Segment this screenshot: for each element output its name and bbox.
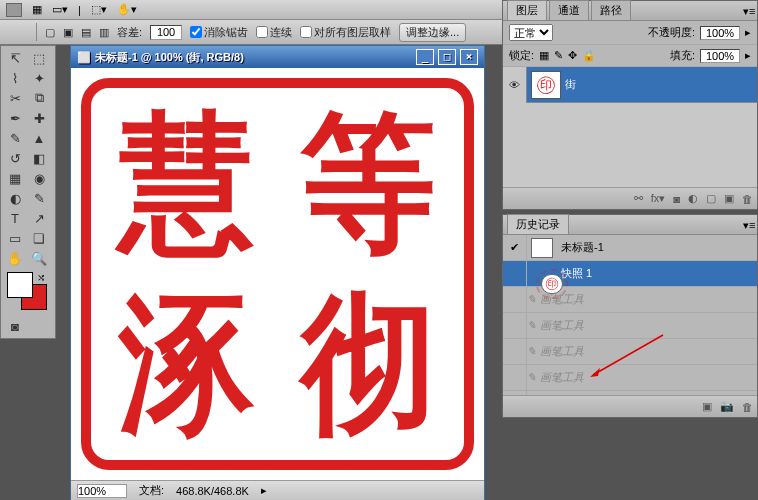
status-bar: 文档: 468.8K/468.8K ▸ bbox=[71, 480, 484, 500]
doc-icon: ⬜ bbox=[77, 51, 91, 64]
layer-thumbnail[interactable] bbox=[531, 71, 561, 99]
hand-icon[interactable]: ✋▾ bbox=[117, 3, 137, 16]
marquee-tool-icon[interactable]: ⬚ bbox=[27, 48, 51, 68]
history-brush-source-icon[interactable]: ✔ bbox=[503, 235, 527, 261]
sel-mode-new-icon[interactable]: ▢ bbox=[45, 26, 55, 39]
all-layers-checkbox[interactable] bbox=[300, 26, 312, 38]
window-titlebar[interactable]: ⬜ 未标题-1 @ 100% (街, RGB/8) _ □ × bbox=[71, 46, 484, 68]
stamp-tool-icon[interactable]: ▲ bbox=[27, 128, 51, 148]
lasso-tool-icon[interactable]: ⌇ bbox=[3, 68, 27, 88]
tab-history[interactable]: 历史记录 bbox=[507, 214, 569, 234]
minimize-button[interactable]: _ bbox=[416, 49, 434, 65]
sel-mode-int-icon[interactable]: ▥ bbox=[99, 26, 109, 39]
doc-title: 未标题-1 @ 100% (街, RGB/8) bbox=[95, 50, 244, 65]
canvas[interactable]: 慧等 涿彻 bbox=[71, 68, 484, 480]
seal-artwork: 慧等 涿彻 bbox=[81, 78, 474, 470]
heal-tool-icon[interactable]: ✚ bbox=[27, 108, 51, 128]
brush-tool-icon[interactable]: ✎ bbox=[3, 128, 27, 148]
visibility-icon[interactable]: 👁 bbox=[503, 67, 527, 103]
history-row[interactable]: ✎画笔工具 bbox=[503, 365, 757, 391]
group-icon[interactable]: ▢ bbox=[706, 192, 716, 205]
zoom-tool-icon[interactable]: 🔍 bbox=[27, 248, 51, 268]
lock-label: 锁定: bbox=[509, 48, 534, 63]
opacity-label: 不透明度: bbox=[648, 25, 695, 40]
screen-mode-icon[interactable]: ▭▾ bbox=[52, 3, 68, 16]
brush-icon: ✎ bbox=[527, 345, 536, 358]
eyedropper-tool-icon[interactable]: ✒ bbox=[3, 108, 27, 128]
history-brush-icon[interactable]: ↺ bbox=[3, 148, 27, 168]
history-row[interactable]: ✎画笔工具 bbox=[503, 313, 757, 339]
lock-trans-icon[interactable]: ▦ bbox=[539, 49, 549, 62]
blend-mode-select[interactable]: 正常 bbox=[509, 24, 553, 41]
eraser-tool-icon[interactable]: ◧ bbox=[27, 148, 51, 168]
slice-tool-icon[interactable]: ⧉ bbox=[27, 88, 51, 108]
mask-icon[interactable]: ◙ bbox=[673, 193, 680, 205]
brush-icon: ✎ bbox=[527, 319, 536, 332]
swap-colors-icon[interactable]: ⤭ bbox=[37, 272, 45, 283]
hand-tool-icon[interactable]: ✋ bbox=[3, 248, 27, 268]
trash-icon[interactable]: 🗑 bbox=[742, 193, 753, 205]
close-button[interactable]: × bbox=[460, 49, 478, 65]
link-icon[interactable]: ⚯ bbox=[634, 192, 643, 205]
wand-tool-icon[interactable]: ✦ bbox=[27, 68, 51, 88]
new-layer-icon[interactable]: ▣ bbox=[724, 192, 734, 205]
doc-size-label: 文档: bbox=[139, 483, 164, 498]
contiguous-checkbox[interactable] bbox=[256, 26, 268, 38]
brush-icon: ✎ bbox=[527, 371, 536, 384]
quickmask-icon[interactable]: ◙ bbox=[3, 316, 27, 336]
tolerance-input[interactable] bbox=[150, 25, 182, 40]
new-doc-from-state-icon[interactable]: ▣ bbox=[702, 400, 712, 413]
history-brush-source-icon[interactable] bbox=[503, 261, 527, 287]
panel-menu-icon[interactable]: ▾≡ bbox=[735, 217, 751, 234]
history-state-name: 未标题-1 bbox=[557, 240, 604, 255]
lock-all-icon[interactable]: 🔒 bbox=[582, 49, 596, 62]
tab-layers[interactable]: 图层 bbox=[507, 0, 547, 20]
3d-tool-icon[interactable]: ❏ bbox=[27, 228, 51, 248]
snapshot-icon[interactable]: 📷 bbox=[720, 400, 734, 413]
panel-menu-icon[interactable]: ▾≡ bbox=[735, 3, 751, 20]
dodge-tool-icon[interactable]: ◐ bbox=[3, 188, 27, 208]
blur-tool-icon[interactable]: ◉ bbox=[27, 168, 51, 188]
type-tool-icon[interactable]: T bbox=[3, 208, 27, 228]
lock-pixels-icon[interactable]: ✎ bbox=[554, 49, 563, 62]
antialias-checkbox[interactable] bbox=[190, 26, 202, 38]
history-row[interactable]: ✔ 未标题-1 bbox=[503, 235, 757, 261]
move-tool-icon[interactable]: ↸ bbox=[3, 48, 27, 68]
shape-tool-icon[interactable]: ▭ bbox=[3, 228, 27, 248]
zoom-icon[interactable]: ⬚▾ bbox=[91, 3, 107, 16]
crop-tool-icon[interactable]: ✂ bbox=[3, 88, 27, 108]
trash-icon[interactable]: 🗑 bbox=[742, 401, 753, 413]
history-row[interactable]: 快照 1 bbox=[503, 261, 757, 287]
bridge-icon[interactable]: ▦ bbox=[32, 3, 42, 16]
tab-paths[interactable]: 路径 bbox=[591, 0, 631, 20]
fill-label: 填充: bbox=[670, 48, 695, 63]
history-thumbnail bbox=[531, 238, 553, 258]
gradient-tool-icon[interactable]: ▦ bbox=[3, 168, 27, 188]
path-tool-icon[interactable]: ↗ bbox=[27, 208, 51, 228]
pen-tool-icon[interactable]: ✎ bbox=[27, 188, 51, 208]
layers-panel: 图层 通道 路径 ▾≡ 正常 不透明度: 100%▸ 锁定: ▦ ✎ ✥ 🔒 填… bbox=[502, 0, 758, 210]
refine-edge-button[interactable]: 调整边缘... bbox=[399, 23, 466, 42]
opacity-input[interactable]: 100% bbox=[700, 26, 740, 40]
status-menu-icon[interactable]: ▸ bbox=[261, 484, 267, 497]
tab-channels[interactable]: 通道 bbox=[549, 0, 589, 20]
layer-name[interactable]: 街 bbox=[565, 77, 576, 92]
fg-color[interactable] bbox=[7, 272, 33, 298]
history-thumbnail bbox=[541, 274, 563, 294]
sel-mode-sub-icon[interactable]: ▤ bbox=[81, 26, 91, 39]
fx-icon[interactable]: fx▾ bbox=[651, 192, 666, 205]
fill-input[interactable]: 100% bbox=[700, 49, 740, 63]
maximize-button[interactable]: □ bbox=[438, 49, 456, 65]
history-row[interactable]: ✎画笔工具 bbox=[503, 339, 757, 365]
sel-mode-add-icon[interactable]: ▣ bbox=[63, 26, 73, 39]
zoom-input[interactable] bbox=[77, 484, 127, 498]
lock-pos-icon[interactable]: ✥ bbox=[568, 49, 577, 62]
layer-row[interactable]: 👁 街 bbox=[503, 67, 757, 103]
ps-icon[interactable] bbox=[6, 3, 22, 17]
toolbox: ↸⬚ ⌇✦ ✂⧉ ✒✚ ✎▲ ↺◧ ▦◉ ◐✎ T↗ ▭❏ ✋🔍 ⤭ ◙ bbox=[0, 45, 56, 339]
adj-icon[interactable]: ◐ bbox=[688, 192, 698, 205]
brush-icon: ✎ bbox=[527, 293, 536, 306]
color-swatch[interactable]: ⤭ bbox=[7, 272, 49, 312]
document-window: ⬜ 未标题-1 @ 100% (街, RGB/8) _ □ × 慧等 涿彻 文档… bbox=[70, 45, 485, 500]
doc-size: 468.8K/468.8K bbox=[176, 485, 249, 497]
